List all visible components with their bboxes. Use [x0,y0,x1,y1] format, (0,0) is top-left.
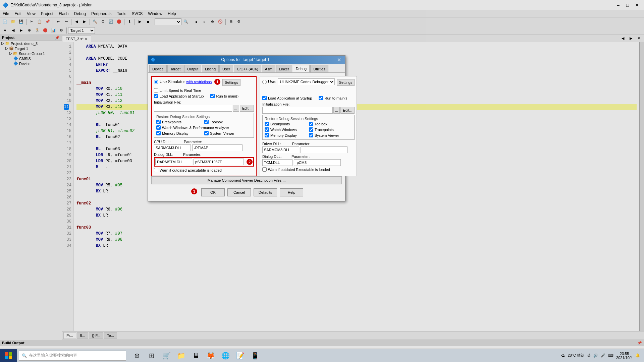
left-init-label: Initialization File: [154,100,254,104]
right-dialog-param-input[interactable] [294,159,341,166]
right-warn-group: Warn if outdated Executable is loaded [262,167,355,172]
left-mem-check[interactable] [156,131,161,135]
manage-button[interactable]: Manage Component Viewer Description File… [151,176,342,184]
left-cpu-dll-input[interactable] [154,144,191,151]
left-browse-btn[interactable]: ... [233,105,239,112]
right-dialog-dll-label: Dialog DLL: [262,155,284,159]
right-driver-dll-input[interactable] [262,146,299,153]
taskbar-app2-icon[interactable]: 🦊 [205,350,217,362]
right-edit-btn[interactable]: Edit... [340,107,355,114]
with-restrictions-link[interactable]: with restrictions [186,80,212,84]
help-button[interactable]: Help [280,188,303,196]
limit-speed-label: Limit Speed to Real-Time [160,88,201,93]
debugger-select[interactable]: ULINK2/ME Cortex Debugger [278,78,335,85]
svg-rect-3 [9,356,12,359]
right-sv-group: System Viewer [309,133,353,137]
right-run-main-check[interactable] [319,96,323,100]
use-simulator-radio[interactable] [154,80,158,84]
limit-speed-check[interactable] [154,88,158,93]
right-dll-input-row1 [262,146,355,153]
taskbar-store-icon[interactable]: 🛒 [160,350,172,362]
taskbar-app5-icon[interactable]: 📱 [249,350,261,362]
left-settings-button[interactable]: Settings [222,79,240,86]
right-bp-check[interactable] [265,122,269,126]
left-edit-btn[interactable]: Edit... [240,105,254,112]
taskbar-folder-icon[interactable]: 📁 [175,350,187,362]
tab-asm[interactable]: Asm [262,65,275,72]
dialog-close-button[interactable]: ✕ [336,57,342,62]
defaults-button[interactable]: Defaults [254,188,277,196]
tab-debug[interactable]: Debug [293,65,310,72]
right-init-file-input[interactable] [262,107,333,114]
tab-listing[interactable]: Listing [202,65,219,72]
right-toolbox-check[interactable] [309,122,313,126]
taskbar-app3-icon[interactable]: 🌐 [219,350,231,362]
left-watch-check[interactable] [156,125,161,130]
cancel-button[interactable]: Cancel [227,188,251,196]
taskbar-app4-icon[interactable]: 📝 [234,350,246,362]
use-simulator-radio-group: Use Simulator with restrictions 1 [154,79,220,85]
search-icon: 🔍 [22,353,27,358]
taskbar-mic-icon[interactable]: 🎤 [601,353,605,358]
right-browse-btn[interactable]: ... [333,107,340,114]
right-restore-title: Restore Debug Session Settings [265,117,352,121]
use-debugger-radio[interactable] [262,80,267,84]
taskbar-search-icon[interactable]: ⊕ [131,350,143,362]
left-warn-check[interactable] [154,168,158,172]
right-debug-col: Use: ULINK2/ME Cortex Debugger Settings [260,76,357,176]
left-toolbox-check[interactable] [204,120,209,124]
left-init-file-input[interactable] [154,105,232,112]
right-bp-group: Breakpoints [265,122,308,126]
right-warn-check[interactable] [262,167,267,172]
taskbar-app1-icon[interactable]: 🖥 [190,350,202,362]
taskbar-volume-icon[interactable]: 🔊 [593,353,598,358]
options-dialog: 🔷 Options for Target 'Target 1' ✕ Device… [148,55,345,201]
taskbar-date: 2021/10/4 [616,356,633,360]
left-dialog-dll-input[interactable] [155,159,192,165]
right-load-app-check[interactable] [262,96,267,100]
right-driver-param-input[interactable] [301,146,347,153]
ok-button[interactable]: OK [201,188,225,196]
taskbar-quick-icons: ⊕ ⊞ 🛒 📁 🖥 🦊 🌐 📝 📱 [128,350,264,362]
left-bp-check[interactable] [156,120,161,124]
start-button[interactable] [0,349,17,362]
taskbar-lang[interactable]: 英 [587,353,591,358]
right-trace-group: Tracepoints [309,127,353,132]
taskbar-search[interactable]: 🔍 在这里输入你要搜索的内容 [19,351,126,361]
debug-columns: Use Simulator with restrictions 1 Settin… [151,76,342,176]
dialog-tab-bar: Device Target Output Listing User C/C++ … [148,64,345,73]
right-toolbox-group: Toolbox [309,122,353,126]
tab-device[interactable]: Device [149,65,167,72]
left-dialog-param-input[interactable] [194,159,244,165]
right-watch-group: Watch Windows [265,127,308,132]
right-watch-check[interactable] [265,127,269,132]
left-load-app-check[interactable] [154,94,158,98]
use-debugger-radio-group: Use: ULINK2/ME Cortex Debugger [262,78,335,85]
tab-cpp[interactable]: C/C++ (AC6) [234,65,261,72]
taskbar-multitask-icon[interactable]: ⊞ [146,350,158,362]
left-run-to-main-group: Run to main() [210,94,238,98]
left-sv-check[interactable] [204,131,209,135]
right-mem-check[interactable] [265,133,269,137]
load-run-group: Load Application at Startup Run to main(… [154,94,254,99]
right-init-label: Initialization File: [262,102,355,106]
right-trace-check[interactable] [309,127,313,132]
tab-target[interactable]: Target [167,65,184,72]
right-dialog-dll-input[interactable] [262,159,292,166]
right-sv-check[interactable] [309,133,313,137]
svg-rect-1 [9,352,12,356]
tab-linker[interactable]: Linker [276,65,292,72]
right-mem-label: Memory Display [270,133,297,137]
right-settings-button[interactable]: Settings [337,79,355,86]
tab-output[interactable]: Output [184,65,201,72]
left-mem-label: Memory Display [162,131,189,135]
tab-user[interactable]: User [219,65,233,72]
left-sv-group: System Viewer [204,131,252,135]
tab-utilities[interactable]: Utilities [310,65,328,72]
right-col-header: Use: ULINK2/ME Cortex Debugger Settings [262,78,355,86]
left-run-main-check[interactable] [210,94,215,98]
dialog-title-bar: 🔷 Options for Target 'Target 1' ✕ [148,56,345,64]
taskbar-notification[interactable]: 🔔 [635,353,640,358]
dialog-title-icon: 🔷 [151,57,156,62]
left-cpu-param-input[interactable] [192,144,243,151]
